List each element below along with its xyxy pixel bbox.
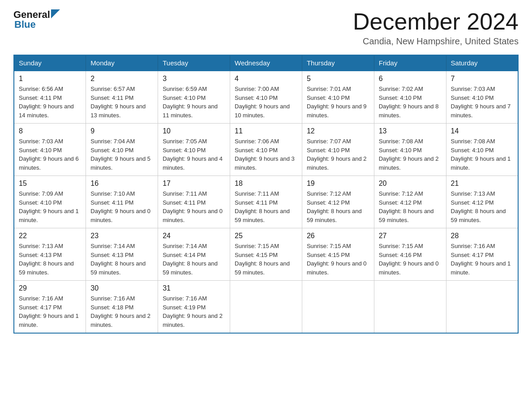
day-info: Sunrise: 7:14 AMSunset: 4:13 PMDaylight:… [90, 242, 153, 277]
calendar-cell: 22Sunrise: 7:13 AMSunset: 4:13 PMDayligh… [14, 228, 86, 281]
calendar-cell [374, 281, 446, 334]
day-number: 22 [19, 232, 81, 240]
week-row-1: 1Sunrise: 6:56 AMSunset: 4:11 PMDaylight… [14, 71, 518, 124]
calendar-cell: 30Sunrise: 7:16 AMSunset: 4:18 PMDayligh… [86, 281, 158, 334]
day-number: 11 [235, 127, 297, 135]
calendar-cell: 26Sunrise: 7:15 AMSunset: 4:15 PMDayligh… [302, 228, 374, 281]
calendar-cell: 21Sunrise: 7:13 AMSunset: 4:12 PMDayligh… [446, 176, 518, 228]
day-number: 27 [379, 232, 442, 240]
calendar-cell: 1Sunrise: 6:56 AMSunset: 4:11 PMDaylight… [14, 71, 86, 124]
day-number: 26 [307, 232, 369, 240]
page-header: General Blue December 2024 Candia, New H… [13, 9, 519, 47]
day-number: 8 [19, 127, 81, 135]
calendar-cell: 25Sunrise: 7:15 AMSunset: 4:15 PMDayligh… [230, 228, 302, 281]
day-number: 2 [90, 75, 153, 83]
location-label: Candia, New Hampshire, United States [353, 36, 519, 47]
calendar-cell: 10Sunrise: 7:05 AMSunset: 4:10 PMDayligh… [158, 124, 230, 176]
title-section: December 2024 Candia, New Hampshire, Uni… [353, 9, 519, 47]
calendar-cell: 16Sunrise: 7:10 AMSunset: 4:11 PMDayligh… [86, 176, 158, 228]
day-number: 28 [451, 232, 513, 240]
svg-marker-0 [51, 9, 60, 18]
day-number: 16 [90, 180, 153, 188]
week-row-5: 29Sunrise: 7:16 AMSunset: 4:17 PMDayligh… [14, 281, 518, 334]
day-number: 6 [379, 75, 442, 83]
calendar-cell: 5Sunrise: 7:01 AMSunset: 4:10 PMDaylight… [302, 71, 374, 124]
day-info: Sunrise: 7:11 AMSunset: 4:11 PMDaylight:… [235, 189, 297, 224]
logo-triangle-icon [51, 9, 60, 18]
calendar-cell: 17Sunrise: 7:11 AMSunset: 4:11 PMDayligh… [158, 176, 230, 228]
logo: General Blue [13, 9, 60, 30]
day-number: 23 [90, 232, 153, 240]
calendar-cell: 9Sunrise: 7:04 AMSunset: 4:10 PMDaylight… [86, 124, 158, 176]
week-row-2: 8Sunrise: 7:03 AMSunset: 4:10 PMDaylight… [14, 124, 518, 176]
day-number: 9 [90, 127, 153, 135]
calendar-cell [446, 281, 518, 334]
day-number: 15 [19, 180, 81, 188]
day-info: Sunrise: 7:08 AMSunset: 4:10 PMDaylight:… [379, 137, 442, 172]
weekday-header-sunday: Sunday [14, 55, 86, 71]
day-info: Sunrise: 7:08 AMSunset: 4:10 PMDaylight:… [451, 137, 513, 172]
day-info: Sunrise: 7:13 AMSunset: 4:12 PMDaylight:… [451, 189, 513, 224]
day-info: Sunrise: 6:56 AMSunset: 4:11 PMDaylight:… [19, 85, 81, 120]
day-info: Sunrise: 7:00 AMSunset: 4:10 PMDaylight:… [235, 85, 297, 120]
weekday-header-tuesday: Tuesday [158, 55, 230, 71]
day-number: 25 [235, 232, 297, 240]
month-title: December 2024 [353, 9, 519, 34]
day-number: 10 [163, 127, 225, 135]
weekday-header-friday: Friday [374, 55, 446, 71]
day-info: Sunrise: 7:16 AMSunset: 4:17 PMDaylight:… [19, 294, 81, 329]
day-number: 4 [235, 75, 297, 83]
day-info: Sunrise: 7:11 AMSunset: 4:11 PMDaylight:… [163, 189, 225, 224]
calendar-cell [302, 281, 374, 334]
day-number: 29 [19, 284, 81, 292]
calendar-cell: 31Sunrise: 7:16 AMSunset: 4:19 PMDayligh… [158, 281, 230, 334]
day-info: Sunrise: 7:13 AMSunset: 4:13 PMDaylight:… [19, 242, 81, 277]
calendar-cell: 2Sunrise: 6:57 AMSunset: 4:11 PMDaylight… [86, 71, 158, 124]
calendar-cell: 18Sunrise: 7:11 AMSunset: 4:11 PMDayligh… [230, 176, 302, 228]
day-number: 7 [451, 75, 513, 83]
logo-blue-text: Blue [14, 19, 36, 30]
day-number: 1 [19, 75, 81, 83]
calendar-cell: 14Sunrise: 7:08 AMSunset: 4:10 PMDayligh… [446, 124, 518, 176]
day-number: 30 [90, 284, 153, 292]
day-number: 12 [307, 127, 369, 135]
day-info: Sunrise: 7:09 AMSunset: 4:10 PMDaylight:… [19, 189, 81, 224]
calendar-cell: 3Sunrise: 6:59 AMSunset: 4:10 PMDaylight… [158, 71, 230, 124]
calendar-cell: 4Sunrise: 7:00 AMSunset: 4:10 PMDaylight… [230, 71, 302, 124]
day-number: 3 [163, 75, 225, 83]
day-number: 17 [163, 180, 225, 188]
day-number: 18 [235, 180, 297, 188]
day-number: 5 [307, 75, 369, 83]
week-row-4: 22Sunrise: 7:13 AMSunset: 4:13 PMDayligh… [14, 228, 518, 281]
day-info: Sunrise: 7:14 AMSunset: 4:14 PMDaylight:… [163, 242, 225, 277]
day-info: Sunrise: 7:15 AMSunset: 4:15 PMDaylight:… [307, 242, 369, 277]
calendar-cell: 20Sunrise: 7:12 AMSunset: 4:12 PMDayligh… [374, 176, 446, 228]
calendar-cell: 12Sunrise: 7:07 AMSunset: 4:10 PMDayligh… [302, 124, 374, 176]
day-info: Sunrise: 7:10 AMSunset: 4:11 PMDaylight:… [90, 189, 153, 224]
week-row-3: 15Sunrise: 7:09 AMSunset: 4:10 PMDayligh… [14, 176, 518, 228]
day-info: Sunrise: 7:03 AMSunset: 4:10 PMDaylight:… [451, 85, 513, 120]
day-number: 20 [379, 180, 442, 188]
weekday-header-monday: Monday [86, 55, 158, 71]
day-number: 31 [163, 284, 225, 292]
day-info: Sunrise: 6:59 AMSunset: 4:10 PMDaylight:… [163, 85, 225, 120]
day-info: Sunrise: 7:02 AMSunset: 4:10 PMDaylight:… [379, 85, 442, 120]
day-info: Sunrise: 7:15 AMSunset: 4:15 PMDaylight:… [235, 242, 297, 277]
calendar-cell: 29Sunrise: 7:16 AMSunset: 4:17 PMDayligh… [14, 281, 86, 334]
calendar-cell: 27Sunrise: 7:15 AMSunset: 4:16 PMDayligh… [374, 228, 446, 281]
day-info: Sunrise: 7:06 AMSunset: 4:10 PMDaylight:… [235, 137, 297, 172]
day-info: Sunrise: 7:16 AMSunset: 4:19 PMDaylight:… [163, 294, 225, 329]
day-number: 14 [451, 127, 513, 135]
day-info: Sunrise: 7:12 AMSunset: 4:12 PMDaylight:… [307, 189, 369, 224]
calendar-cell: 28Sunrise: 7:16 AMSunset: 4:17 PMDayligh… [446, 228, 518, 281]
day-info: Sunrise: 7:16 AMSunset: 4:18 PMDaylight:… [90, 294, 153, 329]
calendar-cell: 8Sunrise: 7:03 AMSunset: 4:10 PMDaylight… [14, 124, 86, 176]
day-info: Sunrise: 7:04 AMSunset: 4:10 PMDaylight:… [90, 137, 153, 172]
day-number: 13 [379, 127, 442, 135]
weekday-header-thursday: Thursday [302, 55, 374, 71]
day-info: Sunrise: 6:57 AMSunset: 4:11 PMDaylight:… [90, 85, 153, 120]
calendar-cell: 7Sunrise: 7:03 AMSunset: 4:10 PMDaylight… [446, 71, 518, 124]
calendar-cell: 24Sunrise: 7:14 AMSunset: 4:14 PMDayligh… [158, 228, 230, 281]
calendar-cell: 11Sunrise: 7:06 AMSunset: 4:10 PMDayligh… [230, 124, 302, 176]
weekday-header-saturday: Saturday [446, 55, 518, 71]
